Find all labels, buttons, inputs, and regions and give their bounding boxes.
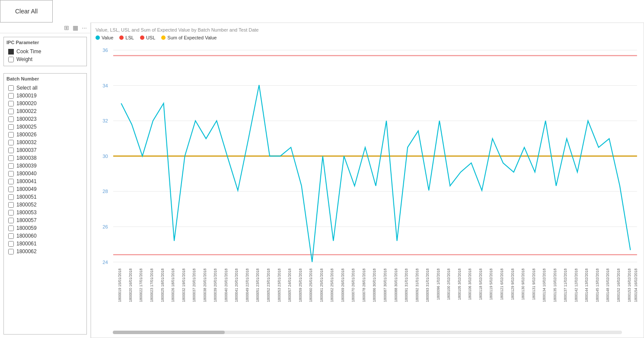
select-all-checkbox[interactable]	[8, 85, 14, 91]
expected-legend-dot	[161, 35, 166, 40]
batch-item[interactable]: 1800019	[6, 92, 84, 100]
batch-checkbox-1800040[interactable]	[8, 171, 14, 177]
batch-item[interactable]: 1800059	[6, 224, 84, 232]
batch-item[interactable]: 1800039	[6, 162, 84, 170]
batch-checkbox-1800041[interactable]	[8, 179, 14, 184]
batch-item[interactable]: 1800061	[6, 240, 84, 248]
y-label-30: 30	[102, 154, 108, 159]
batch-checkbox-1800038[interactable]	[8, 155, 14, 161]
svg-text:1800154 16/02/2018: 1800154 16/02/2018	[634, 268, 638, 302]
batch-filter-section: Batch Number Select all 1800019180002018…	[3, 73, 87, 335]
clear-all-button[interactable]: Clear All	[0, 0, 53, 23]
batch-label: 1800061	[16, 241, 37, 247]
y-label-24: 24	[102, 259, 108, 264]
svg-text:1800093 31/01/2018: 1800093 31/01/2018	[425, 268, 430, 302]
batch-label: 1800023	[16, 116, 37, 122]
batch-label: 1800053	[16, 209, 37, 216]
batch-checkbox-1800023[interactable]	[8, 116, 14, 122]
batch-checkbox-1800032[interactable]	[8, 140, 14, 145]
svg-text:1800087 30/01/2018: 1800087 30/01/2018	[383, 268, 387, 302]
batch-item[interactable]: 1800060	[6, 232, 84, 240]
batch-checkbox-1800022[interactable]	[8, 109, 14, 114]
chart-scrollbar	[113, 329, 622, 336]
batch-checkbox-1800026[interactable]	[8, 132, 14, 138]
main-chart-svg: 36 34 32 30 28 26 24	[96, 44, 639, 328]
svg-text:1800092 31/01/2018: 1800092 31/01/2018	[415, 268, 419, 302]
svg-text:1800061 25/01/2018: 1800061 25/01/2018	[319, 268, 324, 302]
svg-text:1800119 5/02/2018: 1800119 5/02/2018	[489, 268, 494, 300]
batch-item[interactable]: 1800038	[6, 154, 84, 162]
chart-title: Value, LSL, USL and Sum of Expected Valu…	[96, 27, 639, 32]
batch-checkbox-1800019[interactable]	[8, 93, 14, 99]
svg-text:1800059 25/01/2018: 1800059 25/01/2018	[298, 268, 303, 302]
batch-item[interactable]: 1800023	[6, 115, 84, 123]
batch-item[interactable]: 1800026	[6, 131, 84, 138]
usl-legend-dot	[140, 35, 144, 40]
filter-icon[interactable]: ⊞	[64, 24, 69, 31]
batch-label: 1800019	[16, 93, 37, 99]
batch-checkbox-1800062[interactable]	[8, 249, 14, 254]
more-icon[interactable]: ···	[82, 24, 87, 31]
value-line	[121, 85, 630, 262]
svg-text:1800062 25/01/2018: 1800062 25/01/2018	[330, 268, 334, 302]
weight-label: Weight	[16, 56, 32, 62]
panel-toolbar: ⊞ ▦ ···	[0, 23, 90, 33]
scrollbar-track	[113, 331, 622, 334]
batch-checkbox-1800049[interactable]	[8, 187, 14, 192]
weight-checkbox[interactable]	[8, 57, 14, 62]
svg-text:1800137 11/02/2018: 1800137 11/02/2018	[563, 268, 567, 302]
svg-text:1800086 30/01/2018: 1800086 30/01/2018	[373, 268, 377, 302]
batch-item[interactable]: 1800053	[6, 209, 84, 216]
batch-item[interactable]: 1800020	[6, 100, 84, 107]
batch-label: 1800037	[16, 147, 37, 153]
svg-text:1800135 10/02/2018: 1800135 10/02/2018	[553, 268, 557, 302]
batch-checkbox-1800057[interactable]	[8, 218, 14, 223]
svg-text:1800026 18/01/2018: 1800026 18/01/2018	[171, 268, 175, 302]
batch-checkbox-1800020[interactable]	[8, 101, 14, 106]
batch-checkbox-1800052[interactable]	[8, 202, 14, 208]
batch-item[interactable]: 1800032	[6, 138, 84, 146]
svg-text:1800032 19/01/2018: 1800032 19/01/2018	[182, 268, 186, 302]
batch-item[interactable]: 1800022	[6, 107, 84, 115]
batch-label: 1800020	[16, 100, 37, 106]
batch-item[interactable]: 1800051	[6, 193, 84, 201]
batch-item[interactable]: 1800025	[6, 123, 84, 131]
batch-label: 1800062	[16, 248, 37, 254]
batch-checkbox-1800059[interactable]	[8, 225, 14, 231]
svg-text:1800070 26/01/2018: 1800070 26/01/2018	[351, 268, 355, 302]
legend-usl: USL	[140, 35, 155, 40]
batch-checkbox-1800051[interactable]	[8, 194, 14, 200]
batch-checkbox-1800061[interactable]	[8, 241, 14, 247]
batch-checkbox-1800039[interactable]	[8, 163, 14, 169]
batch-checkbox-1800025[interactable]	[8, 124, 14, 130]
batch-label: 1800022	[16, 108, 37, 114]
clear-all-label: Clear All	[15, 8, 38, 15]
svg-text:1800088 30/01/2018: 1800088 30/01/2018	[394, 268, 398, 302]
value-legend-dot	[96, 35, 100, 40]
svg-text:1800019 15/01/2018: 1800019 15/01/2018	[118, 268, 122, 302]
batch-filter-title: Batch Number	[6, 76, 84, 81]
batch-checkbox-1800060[interactable]	[8, 233, 14, 239]
table-icon[interactable]: ▦	[73, 24, 78, 31]
batch-item[interactable]: 1800040	[6, 170, 84, 177]
svg-text:1800023 17/01/2018: 1800023 17/01/2018	[150, 268, 154, 302]
batch-label: 1800038	[16, 155, 37, 161]
svg-text:1800134 10/02/2018: 1800134 10/02/2018	[542, 268, 546, 302]
ipc-weight-item[interactable]: Weight	[6, 55, 84, 63]
select-all-item[interactable]: Select all	[6, 84, 84, 92]
svg-text:1800039 20/01/2018: 1800039 20/01/2018	[213, 268, 217, 302]
batch-item[interactable]: 1800049	[6, 185, 84, 193]
batch-item[interactable]: 1800041	[6, 177, 84, 185]
ipc-cook-time-item[interactable]: Cook Time	[6, 48, 84, 55]
svg-text:1800121 6/02/2018: 1800121 6/02/2018	[500, 268, 504, 300]
batch-item[interactable]: 1800052	[6, 201, 84, 209]
value-legend-label: Value	[102, 35, 113, 40]
batch-checkbox-1800053[interactable]	[8, 210, 14, 216]
scrollbar-thumb[interactable]	[113, 331, 225, 334]
batch-item[interactable]: 1800062	[6, 248, 84, 255]
batch-checkbox-1800037[interactable]	[8, 148, 14, 153]
batch-item[interactable]: 1800057	[6, 216, 84, 224]
batch-item[interactable]: 1800037	[6, 146, 84, 154]
batch-list: Select all 18000191800020180002218000231…	[6, 84, 84, 332]
svg-text:1800060 25/01/2018: 1800060 25/01/2018	[309, 268, 313, 302]
